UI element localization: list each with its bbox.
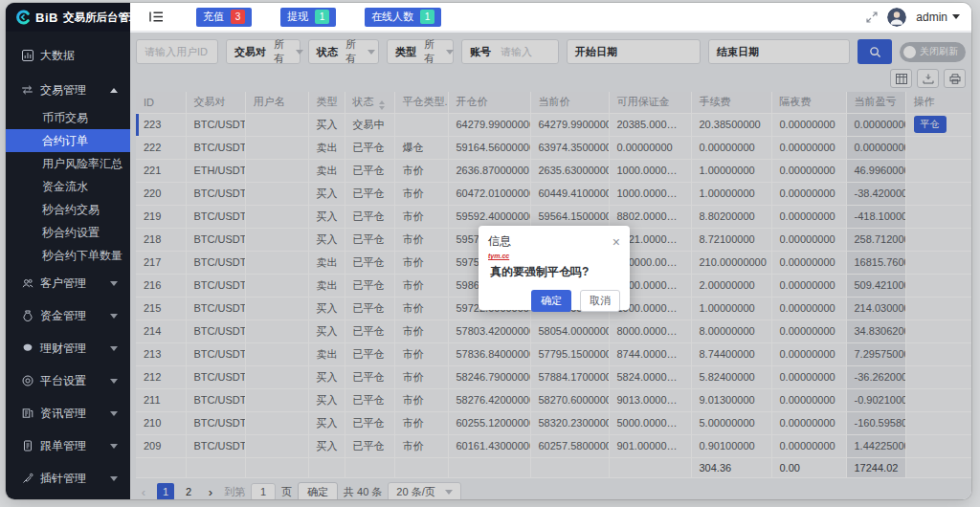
sidebar-item-label: 合约订单	[42, 133, 88, 149]
sidebar-item-second-contract-trade[interactable]: 秒合约交易	[6, 198, 130, 221]
withdraw-label: 提现	[287, 10, 308, 24]
sidebar-item-contract-orders[interactable]: 合约订单	[6, 129, 130, 152]
sidebar-item-label: 平台设置	[40, 373, 86, 389]
online-users-badge: 1	[420, 10, 434, 24]
online-users-button[interactable]: 在线人数 1	[365, 8, 441, 27]
chevron-down-icon	[952, 14, 960, 19]
sidebar-item-label: 交易管理	[40, 82, 86, 99]
collapse-menu-icon[interactable]	[149, 11, 164, 23]
dialog-message: 真的要强制平仓吗?	[488, 264, 620, 280]
recharge-label: 充值	[203, 10, 224, 24]
wallet-icon	[21, 342, 33, 355]
cancel-button[interactable]: 取消	[580, 290, 620, 312]
brand-text: BiB	[35, 11, 58, 25]
sidebar-item-c2c-management[interactable]: C2C管理	[6, 495, 130, 499]
confirm-button[interactable]: 确定	[531, 290, 571, 312]
sidebar-item-label: 秒合约下单数量	[42, 248, 122, 264]
top-navbar: 充值 3 提现 1 在线人数 1	[130, 3, 971, 32]
online-users-label: 在线人数	[371, 10, 413, 24]
sidebar-item-label: 资讯管理	[40, 406, 86, 422]
avatar[interactable]	[887, 8, 906, 27]
doc-icon	[21, 440, 33, 452]
sidebar-item-label: 资金流水	[42, 179, 88, 195]
sidebar-item-label: 用户风险率汇总	[42, 156, 122, 172]
sidebar-menu: 大数据交易管理币币交易合约订单用户风险率汇总资金流水秒合约交易秒合约设置秒合约下…	[6, 32, 130, 499]
chevron-down-icon	[110, 379, 118, 384]
chevron-down-icon	[110, 411, 118, 416]
recharge-badge: 3	[231, 10, 245, 24]
sidebar-item-copy-trade-management[interactable]: 跟单管理	[6, 430, 130, 462]
sidebar-item-label: 客户管理	[40, 276, 86, 292]
moneybag-icon	[21, 310, 33, 322]
chevron-down-icon	[110, 476, 118, 481]
dialog-title: 信息	[488, 233, 511, 250]
sidebar-item-trade-management[interactable]: 交易管理	[6, 74, 130, 106]
sidebar-item-second-contract-settings[interactable]: 秒合约设置	[6, 221, 130, 244]
sidebar-item-user-risk-summary[interactable]: 用户风险率汇总	[6, 152, 130, 175]
sidebar-item-label: 跟单管理	[40, 438, 86, 454]
sidebar-item-coin-trade[interactable]: 币币交易	[6, 106, 130, 129]
withdraw-button[interactable]: 提现 1	[280, 8, 336, 27]
fullscreen-icon[interactable]	[866, 11, 878, 23]
users-icon	[21, 277, 33, 290]
sidebar-item-second-contract-order-count[interactable]: 秒合约下单数量	[6, 244, 130, 267]
sidebar-item-news-management[interactable]: 资讯管理	[6, 397, 130, 430]
logo: BiB 交易所后台管理	[6, 3, 130, 32]
sidebar-item-label: 插针管理	[40, 471, 86, 487]
pin-icon	[21, 473, 33, 485]
exchange-icon	[21, 84, 33, 97]
sidebar-item-pin-management[interactable]: 插针管理	[6, 462, 130, 495]
sidebar-item-label: 资金管理	[40, 308, 86, 324]
sidebar-item-finance-management[interactable]: 理财管理	[6, 332, 130, 364]
recharge-button[interactable]: 充值 3	[196, 8, 252, 27]
chevron-down-icon	[110, 281, 118, 286]
dialog-watermark: tym.cc	[488, 253, 620, 259]
sidebar-item-fund-management[interactable]: 资金管理	[6, 299, 130, 332]
sidebar-item-fund-flow[interactable]: 资金流水	[6, 175, 130, 198]
target-icon	[21, 375, 33, 387]
chevron-up-icon	[110, 88, 118, 93]
sidebar-item-label: 币币交易	[42, 110, 88, 126]
sidebar-item-label: 理财管理	[40, 341, 86, 357]
message-dialog: 信息 × tym.cc 真的要强制平仓吗? 确定 取消	[479, 226, 630, 310]
close-icon[interactable]: ×	[612, 235, 620, 249]
username: admin	[916, 11, 947, 24]
app-window: BiB 交易所后台管理 大数据交易管理币币交易合约订单用户风险率汇总资金流水秒合…	[6, 3, 971, 499]
sidebar-item-platform-settings[interactable]: 平台设置	[6, 364, 130, 397]
sidebar-item-label: 秒合约交易	[42, 202, 100, 218]
withdraw-badge: 1	[315, 10, 329, 24]
sidebar-item-label: 大数据	[40, 48, 75, 64]
chevron-down-icon	[110, 314, 118, 319]
brand-logo-icon	[15, 10, 31, 25]
chevron-down-icon	[110, 444, 118, 449]
sidebar-item-big-data[interactable]: 大数据	[6, 37, 130, 74]
user-menu[interactable]: admin	[916, 11, 960, 24]
chevron-down-icon	[110, 346, 118, 351]
sidebar: BiB 交易所后台管理 大数据交易管理币币交易合约订单用户风险率汇总资金流水秒合…	[6, 3, 130, 499]
bar-chart-icon	[21, 50, 33, 62]
news-icon	[21, 408, 33, 420]
sidebar-item-customer-management[interactable]: 客户管理	[6, 267, 130, 299]
app-title: 交易所后台管理	[63, 11, 141, 25]
sidebar-item-label: 秒合约设置	[42, 225, 100, 241]
